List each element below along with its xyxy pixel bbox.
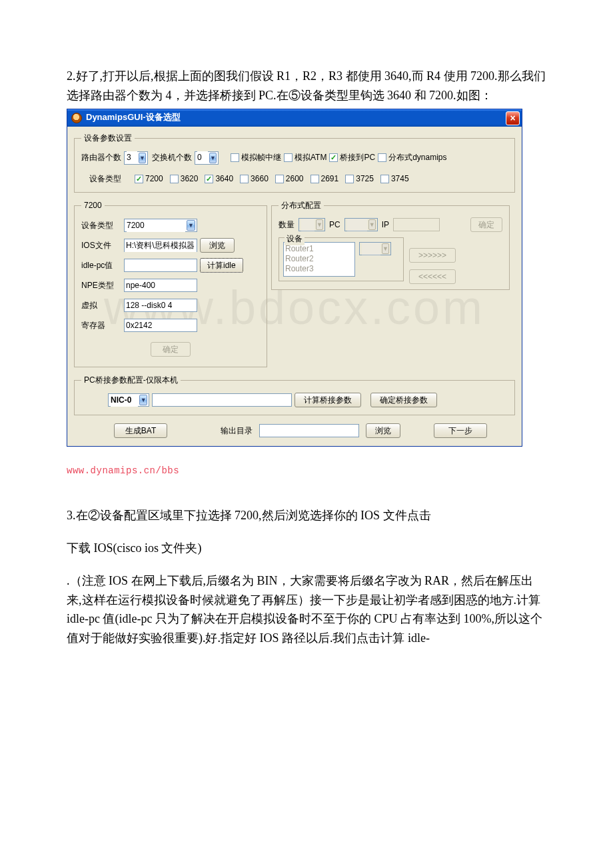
move-left-button: <<<<<< [409, 269, 456, 284]
chevron-down-icon[interactable]: ▼ [209, 153, 217, 163]
select-switch-count[interactable]: ▼ [195, 151, 219, 165]
label-ios-file: IOS文件 [81, 239, 121, 252]
input-register-value[interactable] [125, 319, 197, 331]
select-router-count-value[interactable] [127, 151, 137, 164]
checkbox-frame-relay[interactable]: 模拟帧中继 [231, 151, 281, 164]
label-virtual: 虚拟 [81, 299, 121, 312]
input-npe-type-value[interactable] [125, 279, 197, 291]
calc-idle-button[interactable]: 计算idle [200, 258, 243, 273]
checkbox-2600[interactable]: 2600 [275, 173, 304, 185]
paragraph-3a: 3.在②设备配置区域里下拉选择 7200,然后浏览选择你的 IOS 文件点击 [67, 506, 546, 525]
input-idle-pc-value[interactable] [125, 259, 197, 271]
chevron-down-icon[interactable]: ▼ [187, 220, 195, 231]
select-pc: ▼ [344, 218, 378, 231]
input-virtual-value[interactable] [125, 299, 197, 311]
app-icon [71, 113, 82, 123]
label-switch-count: 交换机个数 [152, 151, 192, 164]
select-qty: ▼ [299, 218, 325, 231]
dynamips-url: www.dynamips.cn/bbs [67, 465, 179, 476]
close-button[interactable]: × [506, 111, 520, 125]
generate-bat-button[interactable]: 生成BAT [114, 423, 167, 438]
group-7200-legend: 7200 [81, 199, 105, 212]
input-bridge-param[interactable] [152, 393, 292, 407]
select-nic[interactable]: ▼ [108, 393, 149, 407]
select-router-count[interactable]: ▼ [124, 151, 148, 165]
select-device-type[interactable]: ▼ [124, 219, 197, 232]
select-device-type-value[interactable] [127, 219, 185, 232]
checkbox-2691[interactable]: 2691 [310, 173, 339, 185]
dynamips-gui-window: www.bdocx.com DynamipsGUI-设备选型 × 设备参数设置 … [67, 109, 522, 447]
input-ios-file[interactable] [124, 239, 197, 252]
select-device-slot: ▼ [359, 242, 391, 255]
row-bottom: 生成BAT 输出目录 浏览 下一步 [74, 423, 515, 438]
checkbox-3660[interactable]: 3660 [240, 173, 269, 185]
input-register[interactable] [124, 319, 197, 332]
confirm-bridge-button[interactable]: 确定桥接参数 [370, 393, 437, 407]
checkbox-3725[interactable]: 3725 [345, 173, 374, 185]
input-idle-pc[interactable] [124, 259, 197, 272]
input-npe-type[interactable] [124, 279, 197, 292]
paragraph-3c: .（注意 IOS 在网上下载后,后缀名为 BIN，大家需要将后缀名字改为 RAR… [67, 571, 546, 648]
group-device-inner-legend: 设备 [285, 233, 305, 245]
group-device-params: 设备参数设置 路由器个数 ▼ 交换机个数 ▼ 模拟帧中继 模拟ATM [74, 132, 515, 193]
input-output-dir[interactable] [259, 424, 359, 437]
label-device-type-header: 设备类型 [89, 173, 121, 185]
group-pc-bridge: PC桥接参数配置-仅限本机 ▼ 计算桥接参数 确定桥接参数 [74, 374, 515, 415]
label-ip: IP [382, 219, 389, 231]
select-qty-value [301, 219, 314, 231]
label-idle-pc: idle-pc值 [81, 259, 121, 272]
group-device-inner: 设备 Router1 Router2 Router3 ▼ [279, 237, 404, 281]
group-device-params-legend: 设备参数设置 [81, 132, 135, 145]
select-pc-value [347, 219, 367, 231]
chevron-down-icon[interactable]: ▼ [139, 395, 147, 405]
input-bridge-param-value[interactable] [153, 394, 291, 406]
paragraph-3b: 下载 IOS(cisco ios 文件夹) [67, 539, 546, 558]
move-right-button: >>>>>> [409, 248, 456, 263]
checkbox-3640[interactable]: ✓3640 [205, 173, 233, 185]
chevron-down-icon[interactable]: ▼ [139, 153, 146, 163]
list-item: Router3 [285, 264, 353, 274]
group-distributed: 分布式配置 数量 ▼ PC ▼ IP [271, 199, 510, 290]
chevron-down-icon: ▼ [368, 219, 376, 230]
window-title: DynamipsGUI-设备选型 [86, 111, 181, 125]
checkbox-bridge-pc[interactable]: ✓桥接到PC [329, 151, 375, 164]
chevron-down-icon: ▼ [316, 219, 323, 230]
input-output-dir-value[interactable] [260, 425, 358, 437]
device-list: Router1 Router2 Router3 [283, 242, 355, 277]
checkbox-7200[interactable]: ✓7200 [135, 173, 163, 185]
group-distributed-legend: 分布式配置 [279, 199, 324, 212]
label-npe-type: NPE类型 [81, 279, 121, 292]
paragraph-2: 2.好了,打开以后,根据上面的图我们假设 R1，R2，R3 都使用 3640,而… [67, 67, 546, 105]
select-device-slot-value [362, 243, 380, 255]
input-ip [393, 218, 440, 231]
checkbox-dist-dynamips[interactable]: 分布式dynamips [378, 151, 446, 164]
select-switch-count-value[interactable] [197, 151, 208, 164]
calc-bridge-button[interactable]: 计算桥接参数 [295, 393, 361, 407]
ok-dist-button: 确定 [470, 217, 502, 232]
row-counts: 路由器个数 ▼ 交换机个数 ▼ 模拟帧中继 模拟ATM ✓桥接到PC 分布式dy… [81, 150, 508, 166]
group-pc-bridge-legend: PC桥接参数配置-仅限本机 [81, 374, 181, 387]
row-device-types: 设备类型 ✓7200 3620 ✓3640 3660 2600 2691 372… [81, 173, 508, 185]
checkbox-3620[interactable]: 3620 [170, 173, 199, 185]
close-icon: × [510, 113, 515, 123]
label-router-count: 路由器个数 [81, 151, 121, 164]
list-item: Router1 [285, 244, 353, 254]
label-pc: PC [329, 219, 340, 231]
browse-output-button[interactable]: 浏览 [366, 423, 400, 438]
titlebar: DynamipsGUI-设备选型 × [67, 109, 522, 127]
group-7200: 7200 设备类型 ▼ IOS文件 浏览 [74, 199, 267, 367]
list-item: Router2 [285, 254, 353, 264]
input-virtual[interactable] [124, 299, 197, 312]
browse-ios-button[interactable]: 浏览 [200, 238, 235, 253]
checkbox-atm[interactable]: 模拟ATM [284, 151, 326, 164]
label-register: 寄存器 [81, 319, 121, 332]
label-qty: 数量 [279, 219, 295, 231]
next-button[interactable]: 下一步 [434, 423, 487, 438]
select-nic-value[interactable] [111, 394, 138, 407]
input-ios-file-value[interactable] [125, 240, 197, 252]
checkbox-3745[interactable]: 3745 [380, 173, 409, 185]
chevron-down-icon: ▼ [382, 243, 389, 254]
label-output-dir: 输出目录 [221, 425, 253, 437]
ok-7200-button: 确定 [151, 342, 191, 357]
input-ip-value [394, 219, 439, 231]
